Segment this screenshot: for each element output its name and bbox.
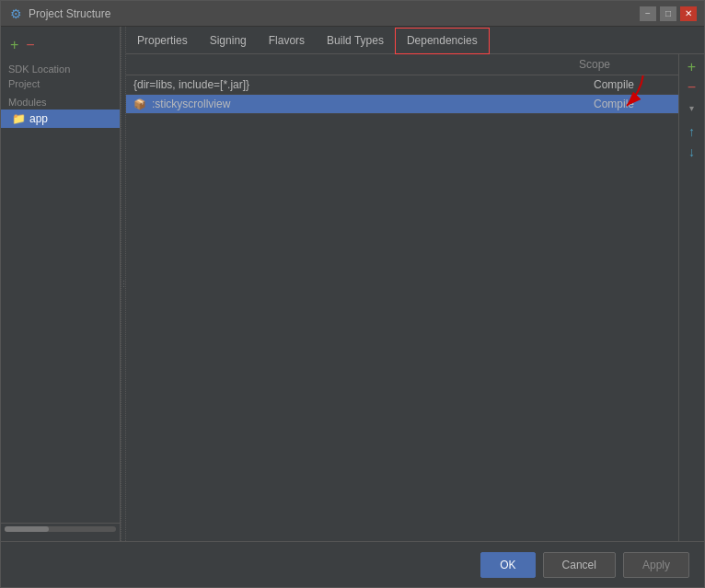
maximize-button[interactable]: □ xyxy=(660,6,676,21)
sidebar-item-app[interactable]: 📁app xyxy=(1,110,120,128)
sidebar-scrollbar[interactable] xyxy=(1,523,120,534)
table-row[interactable]: {dir=libs, include=[*.jar]} Compile xyxy=(126,75,678,95)
dep-row-scope: Compile xyxy=(594,78,634,91)
sidebar-toolbar: + − xyxy=(1,34,120,56)
dep-col-scope: Scope xyxy=(579,58,671,71)
dep-side-buttons: + − ▾ ↑ ↓ xyxy=(678,54,704,541)
window-title: Project Structure xyxy=(29,7,110,20)
main-content: + − SDK Location Project Modules 📁app ⋮ … xyxy=(1,27,704,541)
dep-list: {dir=libs, include=[*.jar]} Compile 📦 :s… xyxy=(126,75,678,541)
dep-remove-button[interactable]: − xyxy=(683,78,701,97)
table-row[interactable]: 📦 :stickyscrollview Compile xyxy=(126,95,678,114)
right-panel: Properties Signing Flavors Build Types D… xyxy=(126,27,704,541)
dep-table: Scope {dir=libs, include=[*.jar]} Compil… xyxy=(126,54,678,541)
tab-flavors[interactable]: Flavors xyxy=(258,27,316,53)
sidebar-item-sdk-location[interactable]: SDK Location xyxy=(1,62,120,76)
sidebar-modules-label: Modules xyxy=(1,95,120,110)
sidebar: + − SDK Location Project Modules 📁app xyxy=(1,27,121,541)
dependencies-area: Scope {dir=libs, include=[*.jar]} Compil… xyxy=(126,54,704,541)
dep-row-scope: Compile xyxy=(594,98,634,110)
scrollbar-track xyxy=(5,526,116,532)
ok-button[interactable]: OK xyxy=(480,552,535,578)
dep-move-up-button[interactable]: ↑ xyxy=(683,122,701,141)
tab-signing[interactable]: Signing xyxy=(199,27,258,53)
dep-row-name: :stickyscrollview xyxy=(152,98,594,110)
bottom-bar: OK Cancel Apply xyxy=(1,541,704,587)
dep-col-name xyxy=(133,58,579,71)
window-controls: − □ ✕ xyxy=(640,6,697,21)
sidebar-remove-button[interactable]: − xyxy=(24,38,36,52)
tab-dependencies[interactable]: Dependencies xyxy=(395,28,490,54)
module-icon: 📦 xyxy=(133,98,146,110)
tabs-bar: Properties Signing Flavors Build Types D… xyxy=(126,27,704,54)
scrollbar-thumb xyxy=(5,526,49,532)
dep-add-button[interactable]: + xyxy=(683,58,701,76)
minimize-button[interactable]: − xyxy=(640,6,656,21)
window-icon: ⚙ xyxy=(8,6,23,21)
dep-row-name: {dir=libs, include=[*.jar]} xyxy=(133,78,594,91)
tab-properties[interactable]: Properties xyxy=(126,27,199,53)
title-bar: ⚙ Project Structure − □ ✕ xyxy=(1,1,704,27)
sidebar-add-button[interactable]: + xyxy=(8,38,20,52)
dep-dropdown-button[interactable]: ▾ xyxy=(683,98,701,117)
sidebar-item-project[interactable]: Project xyxy=(1,76,120,91)
dep-move-down-button[interactable]: ↓ xyxy=(683,143,701,161)
apply-button[interactable]: Apply xyxy=(623,552,689,578)
app-folder-icon: 📁 xyxy=(12,112,26,125)
cancel-button[interactable]: Cancel xyxy=(543,552,616,578)
dep-table-header: Scope xyxy=(126,54,678,75)
tab-build-types[interactable]: Build Types xyxy=(316,27,395,53)
close-button[interactable]: ✕ xyxy=(680,6,697,21)
project-structure-window: ⚙ Project Structure − □ ✕ + − SDK Locati… xyxy=(0,0,705,588)
